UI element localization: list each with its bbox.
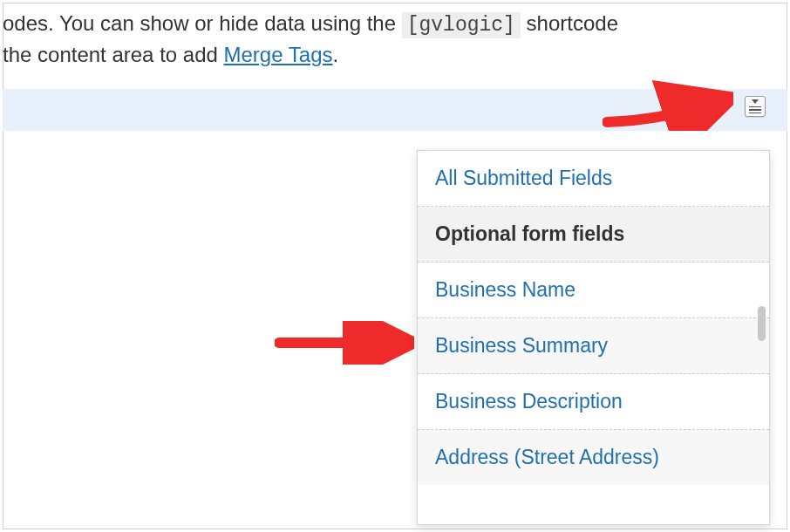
dropdown-item-label: Business Description (435, 390, 623, 413)
merge-tags-link[interactable]: Merge Tags (224, 43, 333, 66)
dropdown-header-label: Optional form fields (435, 222, 624, 245)
help-text-segment: . (333, 43, 339, 66)
dropdown-item-address-street[interactable]: Address (Street Address) (418, 430, 769, 485)
dropdown-item-business-description[interactable]: Business Description (418, 374, 769, 430)
merge-tags-dropdown-list[interactable]: All Submitted Fields Optional form field… (418, 151, 769, 524)
shortcode-gvlogic: [gvlogic] (402, 12, 521, 38)
dropdown-section-header: Optional form fields (418, 207, 769, 263)
help-text-segment: shortcode (527, 11, 618, 35)
dropdown-item-label: All Submitted Fields (435, 167, 612, 189)
dropdown-item-business-summary[interactable]: Business Summary (418, 318, 769, 374)
help-text-segment: odes. You can show or hide data using th… (3, 11, 402, 35)
dropdown-item-all-submitted[interactable]: All Submitted Fields (418, 151, 769, 207)
dropdown-item-label: Business Summary (435, 334, 608, 357)
scrollbar-thumb[interactable] (758, 306, 766, 341)
dropdown-item-business-name[interactable]: Business Name (418, 263, 769, 318)
merge-tags-dropdown: All Submitted Fields Optional form field… (417, 150, 770, 525)
dropdown-item-label: Business Name (435, 278, 575, 301)
help-text-segment: the content area to add (3, 43, 224, 66)
annotation-arrow-icon (603, 78, 733, 131)
annotation-arrow-icon (275, 321, 414, 365)
merge-tags-trigger-icon[interactable] (745, 96, 766, 117)
help-text: odes. You can show or hide data using th… (0, 9, 773, 71)
dropdown-item-label: Address (Street Address) (435, 446, 659, 468)
